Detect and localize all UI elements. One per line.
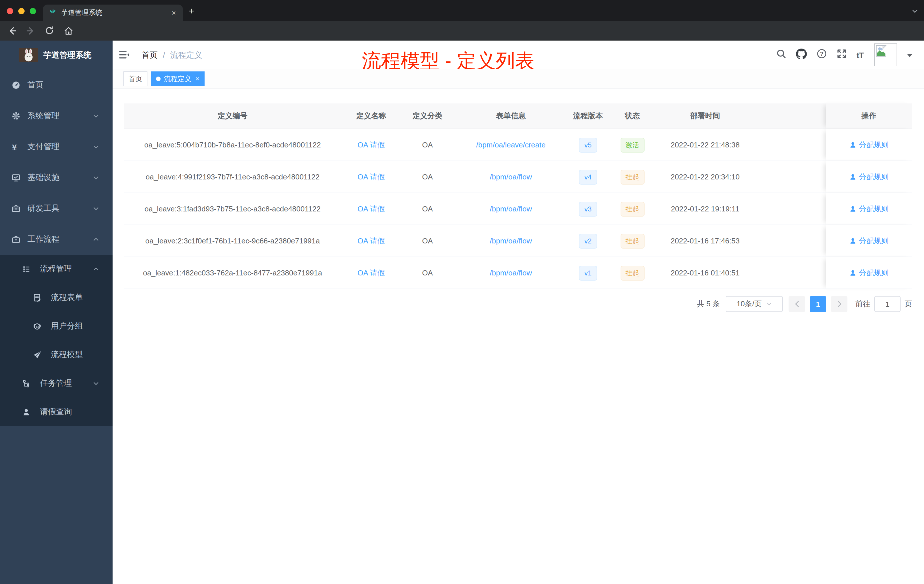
cell-deploy-time: 2022-01-16 17:46:53: [657, 225, 754, 257]
definition-name-link[interactable]: OA 请假: [357, 140, 384, 150]
chevron-down-icon: [92, 205, 99, 212]
chevron-down-icon: [92, 380, 99, 387]
version-badge: v5: [579, 137, 597, 152]
form-info-link[interactable]: /bpm/oa/flow: [490, 269, 532, 277]
chevron-right-icon: [836, 300, 842, 307]
chevron-left-icon: [794, 300, 800, 307]
breadcrumb: 首页/流程定义: [142, 50, 202, 61]
new-tab-button[interactable]: +: [188, 6, 194, 17]
assign-rule-link[interactable]: 分配规则: [849, 236, 889, 246]
home-icon[interactable]: [63, 26, 74, 38]
col-header-deploy-time: 部署时间: [657, 104, 754, 129]
font-size-icon[interactable]: tT: [856, 50, 863, 60]
fullscreen-icon[interactable]: [837, 49, 847, 61]
user-icon: [849, 141, 856, 148]
page-number-input[interactable]: [874, 296, 901, 312]
col-header-name: 定义名称: [341, 104, 401, 129]
screenshot-root: 芋道管理系统 × + 不安全 dashboard.yudao.iocoder.c…: [0, 0, 924, 584]
tag-active-dot: [156, 77, 160, 81]
sidebar-logo[interactable]: 芋道管理系统: [0, 41, 112, 70]
reload-icon[interactable]: [45, 26, 54, 38]
person-icon: [22, 407, 31, 417]
col-header-category: 定义分类: [401, 104, 454, 129]
assign-rule-link[interactable]: 分配规则: [849, 268, 889, 278]
avatar-caret-icon[interactable]: [907, 50, 912, 60]
assign-rule-link[interactable]: 分配规则: [849, 140, 889, 150]
cell-deploy-time: 2022-01-22 19:19:11: [657, 193, 754, 224]
pagination: 共 5 条 10条/页 1 前往 页: [124, 296, 912, 312]
status-badge: 激活: [620, 137, 644, 152]
tag-process-definition[interactable]: 流程定义 ×: [151, 71, 205, 86]
app-title: 芋道管理系统: [43, 50, 91, 61]
form-info-link[interactable]: /bpm/oa/flow: [490, 205, 532, 213]
mac-zoom-button[interactable]: [30, 8, 36, 14]
sidebar-toggle-icon[interactable]: [118, 49, 130, 63]
github-icon[interactable]: [796, 48, 807, 61]
back-icon[interactable]: [7, 26, 17, 38]
sidebar-item-task-management[interactable]: 任务管理: [0, 369, 112, 398]
status-badge: 挂起: [620, 266, 644, 280]
next-page-button[interactable]: [831, 296, 847, 312]
cell-deploy-time: 2022-01-22 21:48:38: [657, 129, 754, 160]
tag-home[interactable]: 首页: [124, 71, 147, 86]
mac-minimize-button[interactable]: [18, 8, 25, 14]
pagination-total: 共 5 条: [697, 299, 720, 309]
forward-icon[interactable]: [26, 26, 36, 38]
sidebar-item-process-form[interactable]: 流程表单: [0, 284, 112, 312]
cell-category: OA: [401, 129, 454, 160]
form-info-link[interactable]: /bpm/oa/flow: [490, 173, 532, 181]
col-header-form: 表单信息: [454, 104, 568, 129]
search-icon[interactable]: [776, 49, 786, 61]
sidebar-item-payment[interactable]: ¥ 支付管理: [0, 132, 112, 162]
col-header-status: 状态: [608, 104, 657, 129]
tab-title: 芋道管理系统: [61, 8, 171, 18]
browser-tab[interactable]: 芋道管理系统 ×: [43, 5, 183, 21]
current-page-button[interactable]: 1: [810, 296, 826, 312]
tab-search-icon[interactable]: [911, 7, 918, 17]
sidebar-item-process-model[interactable]: 流程模型: [0, 341, 112, 369]
tab-close-icon[interactable]: ×: [171, 8, 177, 17]
paper-plane-icon: [33, 350, 42, 360]
breadcrumb-separator: /: [163, 50, 165, 59]
definition-name-link[interactable]: OA 请假: [357, 172, 384, 182]
user-icon: [849, 205, 856, 213]
browser-tab-strip: 芋道管理系统 × +: [0, 0, 924, 21]
definition-name-link[interactable]: OA 请假: [357, 236, 384, 246]
browser-toolbar: 不安全 dashboard.yudao.iocoder.cn/bpm/manag…: [0, 21, 924, 41]
status-badge: 挂起: [620, 233, 644, 248]
form-info-link[interactable]: /bpm/oa/flow: [490, 237, 532, 245]
table-row: oa_leave:2:3c1f0ef1-76b1-11ec-9c66-a2380…: [124, 225, 912, 257]
table-row: oa_leave:1:482ec033-762a-11ec-8477-a2380…: [124, 257, 912, 289]
form-info-link[interactable]: /bpm/oa/leave/create: [476, 140, 546, 149]
goto-label: 前往: [855, 299, 870, 309]
sidebar-item-dev-tools[interactable]: 研发工具: [0, 193, 112, 224]
assign-rule-link[interactable]: 分配规则: [849, 172, 889, 182]
form-edit-icon: [33, 293, 42, 302]
user-icon: [849, 269, 856, 277]
version-badge: v4: [579, 170, 597, 184]
sidebar-item-workflow[interactable]: 工作流程: [0, 224, 112, 255]
prev-page-button[interactable]: [789, 296, 805, 312]
version-badge: v1: [579, 266, 597, 280]
cell-category: OA: [401, 257, 454, 289]
sidebar-item-leave-query[interactable]: 请假查询: [0, 398, 112, 426]
chevron-down-icon: [92, 112, 99, 119]
cell-category: OA: [401, 193, 454, 224]
user-avatar[interactable]: [874, 43, 897, 66]
definition-name-link[interactable]: OA 请假: [357, 204, 384, 214]
status-badge: 挂起: [620, 170, 644, 184]
definition-name-link[interactable]: OA 请假: [357, 268, 384, 278]
sidebar-item-infrastructure[interactable]: 基础设施: [0, 162, 112, 193]
tag-close-icon[interactable]: ×: [195, 76, 200, 82]
assign-rule-link[interactable]: 分配规则: [849, 204, 889, 214]
breadcrumb-home[interactable]: 首页: [142, 50, 158, 59]
sidebar-item-home[interactable]: 首页: [0, 70, 112, 101]
help-icon[interactable]: ?: [817, 49, 827, 61]
cell-deploy-time: 2022-01-22 20:34:10: [657, 161, 754, 193]
definition-table: 定义编号 定义名称 定义分类 表单信息 流程版本 状态 部署时间 操作 oa_l…: [124, 104, 912, 289]
mac-close-button[interactable]: [7, 8, 13, 14]
sidebar-item-system[interactable]: 系统管理: [0, 101, 112, 132]
page-size-select[interactable]: 10条/页: [726, 296, 783, 312]
sidebar-item-user-group[interactable]: 用户分组: [0, 312, 112, 341]
sidebar-item-process-management[interactable]: 流程管理: [0, 255, 112, 284]
